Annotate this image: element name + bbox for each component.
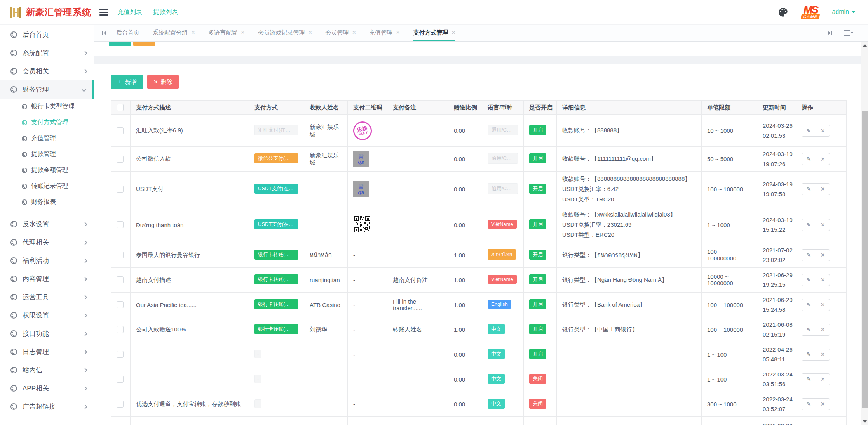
close-icon: ✕ <box>821 376 825 382</box>
sidebar-item-7[interactable]: 内容管理 <box>0 270 94 288</box>
tab-close-icon[interactable]: ✕ <box>191 30 195 35</box>
cell-remark <box>387 147 448 172</box>
column-header: 更新时间 <box>757 101 796 115</box>
tabs-scroll-left-icon[interactable] <box>101 30 107 36</box>
edit-row-button[interactable]: ✎ <box>802 153 816 165</box>
sidebar-item-3[interactable]: 财务管理 <box>0 80 94 99</box>
delete-row-button[interactable]: ✕ <box>816 219 830 231</box>
delete-row-button[interactable]: ✕ <box>816 324 830 336</box>
clipped-teal-button[interactable] <box>109 42 131 46</box>
sidebar-item-label: APP相关 <box>23 384 49 393</box>
tab-1[interactable]: 系统配置分组✕ <box>153 25 195 41</box>
sidebar-subitem-3-3[interactable]: 提款管理 <box>0 146 94 162</box>
tab-close-icon[interactable]: ✕ <box>352 30 356 35</box>
delete-row-button[interactable]: ✕ <box>816 398 830 410</box>
select-all-checkbox[interactable] <box>117 104 124 111</box>
row-checkbox[interactable] <box>117 326 124 333</box>
edit-row-button[interactable]: ✎ <box>802 249 816 261</box>
edit-row-button[interactable]: ✎ <box>802 183 816 195</box>
sidebar-item-10[interactable]: 接口功能 <box>0 324 94 343</box>
detail-line: 收款账号：【888888】 <box>562 125 696 135</box>
tab-4[interactable]: 会员管理✕ <box>325 25 356 41</box>
delete-row-button[interactable]: ✕ <box>816 349 830 361</box>
tabs-menu-icon[interactable] <box>844 30 853 36</box>
row-checkbox[interactable] <box>117 351 124 358</box>
cell-status: 开启 <box>524 317 557 342</box>
sidebar-item-11[interactable]: 日志管理 <box>0 343 94 361</box>
table-row: 泰国最大的银行曼谷银行银行卡转账(在线充值)หน้าหลัก-1.00ภาษาไ… <box>111 243 847 267</box>
sidebar-subitem-3-1[interactable]: 支付方式管理 <box>0 114 94 130</box>
theme-palette-icon[interactable] <box>778 7 788 17</box>
sidebar-item-12[interactable]: 站内信 <box>0 361 94 379</box>
delete-row-button[interactable]: ✕ <box>816 183 830 195</box>
sidebar-collapse-icon[interactable] <box>99 9 108 16</box>
sidebar-item-14[interactable]: 广告超链接 <box>0 397 94 416</box>
cell-description: 汇旺入款(汇率6.9) <box>131 115 249 147</box>
page-scrollbar[interactable] <box>861 42 868 425</box>
top-link-withdraw-list[interactable]: 提款列表 <box>153 8 178 16</box>
tab-close-icon[interactable]: ✕ <box>396 30 400 35</box>
edit-row-button[interactable]: ✎ <box>802 219 816 231</box>
delete-row-button[interactable]: ✕ <box>816 373 830 385</box>
delete-row-button[interactable]: ✕ <box>816 274 830 286</box>
edit-row-button[interactable]: ✎ <box>802 373 816 385</box>
edit-row-button[interactable]: ✎ <box>802 125 816 137</box>
edit-row-button[interactable]: ✎ <box>802 349 816 361</box>
edit-row-button[interactable]: ✎ <box>802 324 816 336</box>
scroll-down-arrow-icon[interactable] <box>863 420 867 423</box>
tab-0[interactable]: 后台首页 <box>116 25 139 41</box>
row-checkbox[interactable] <box>117 221 124 228</box>
edit-row-button[interactable]: ✎ <box>802 398 816 410</box>
top-quick-links: 充值列表 提款列表 <box>117 8 178 16</box>
column-header: 详细信息 <box>557 101 702 115</box>
sidebar-subitem-3-0[interactable]: 银行卡类型管理 <box>0 99 94 114</box>
row-checkbox[interactable] <box>117 156 124 163</box>
sidebar-item-0[interactable]: 后台首页 <box>0 26 94 44</box>
tab-close-icon[interactable]: ✕ <box>241 30 245 35</box>
delete-button[interactable]: ✕ 删除 <box>147 75 179 89</box>
sidebar-subitem-3-6[interactable]: 财务报表 <box>0 194 94 210</box>
admin-menu[interactable]: admin <box>832 9 856 16</box>
tab-3[interactable]: 会员游戏记录管理✕ <box>258 25 312 41</box>
sidebar-item-2[interactable]: 会员相关 <box>0 62 94 80</box>
clipped-orange-button[interactable] <box>133 42 155 46</box>
method-badge: - <box>254 399 261 408</box>
tab-2[interactable]: 多语言配置✕ <box>208 25 245 41</box>
edit-row-button[interactable]: ✎ <box>802 299 816 311</box>
tab-6[interactable]: 支付方式管理✕ <box>413 25 455 41</box>
cell-details: 银行类型：【中国农业银行】 <box>557 416 702 425</box>
sidebar-item-9[interactable]: 权限设置 <box>0 306 94 324</box>
scrollbar-thumb[interactable] <box>862 111 868 408</box>
cell-bonus-ratio: 1.00 <box>448 317 482 342</box>
sidebar-item-13[interactable]: APP相关 <box>0 379 94 397</box>
sidebar-item-6[interactable]: 福利活动 <box>0 252 94 270</box>
sidebar-subitem-label: 提款管理 <box>31 150 56 158</box>
scroll-up-arrow-icon[interactable] <box>863 44 867 47</box>
row-checkbox[interactable] <box>117 127 124 134</box>
tab-close-icon[interactable]: ✕ <box>308 30 312 35</box>
row-checkbox[interactable] <box>117 301 124 308</box>
delete-row-button[interactable]: ✕ <box>816 249 830 261</box>
tab-close-icon[interactable]: ✕ <box>451 30 455 35</box>
brand-logo[interactable]: 新豪汇管理系统 <box>0 6 94 19</box>
sidebar-item-4[interactable]: 反水设置 <box>0 215 94 233</box>
sidebar-subitem-3-5[interactable]: 转账记录管理 <box>0 178 94 194</box>
row-checkbox[interactable] <box>117 376 124 383</box>
tab-5[interactable]: 充值管理✕ <box>369 25 400 41</box>
delete-row-button[interactable]: ✕ <box>816 125 830 137</box>
row-checkbox[interactable] <box>117 276 124 283</box>
delete-row-button[interactable]: ✕ <box>816 299 830 311</box>
top-link-recharge-list[interactable]: 充值列表 <box>117 8 142 16</box>
delete-row-button[interactable]: ✕ <box>816 153 830 165</box>
sidebar-item-8[interactable]: 运营工具 <box>0 288 94 306</box>
sidebar-subitem-3-4[interactable]: 提款金额管理 <box>0 162 94 178</box>
sidebar-subitem-3-2[interactable]: 充值管理 <box>0 130 94 146</box>
tabs-scroll-right-icon[interactable] <box>827 30 833 36</box>
sidebar-item-5[interactable]: 代理相关 <box>0 233 94 252</box>
row-checkbox[interactable] <box>117 252 124 258</box>
row-checkbox[interactable] <box>117 401 124 408</box>
row-checkbox[interactable] <box>117 186 124 193</box>
edit-row-button[interactable]: ✎ <box>802 274 816 286</box>
sidebar-item-1[interactable]: 系统配置 <box>0 44 94 62</box>
add-button[interactable]: ＋ 新增 <box>111 75 143 89</box>
